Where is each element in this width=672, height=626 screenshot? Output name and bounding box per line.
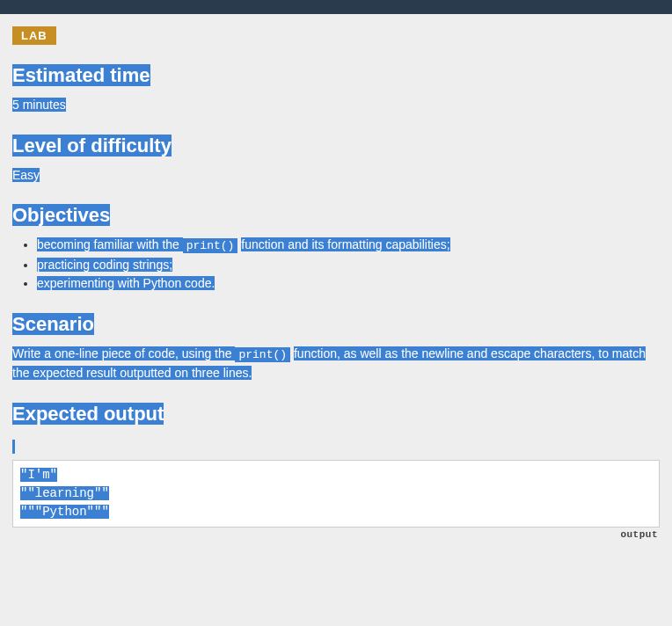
code-print: print() [235, 347, 290, 362]
code-print: print() [183, 238, 238, 253]
heading-level: Level of difficulty [12, 135, 660, 157]
output-line: """Python""" [20, 505, 109, 519]
value-text: 5 minutes [12, 98, 66, 112]
heading-objectives: Objectives [12, 204, 660, 227]
objective-text: practicing coding strings; [37, 258, 172, 272]
heading-text: Estimated time [12, 64, 150, 86]
lesson-content: LAB Estimated time 5 minutes Level of di… [0, 14, 672, 552]
scenario-text: Write a one-line piece of code, using th… [12, 345, 660, 383]
value-text: Easy [12, 168, 40, 182]
heading-text: Scenario [12, 313, 94, 335]
heading-text: Expected output [12, 403, 164, 425]
selection-caret [12, 440, 15, 454]
top-navbar [0, 0, 672, 14]
objective-text: function and its formatting capabilities… [241, 237, 449, 251]
heading-text: Objectives [12, 204, 110, 226]
heading-estimated-time: Estimated time [12, 64, 660, 87]
objectives-list: becoming familiar with the print() funct… [37, 236, 660, 294]
scenario-part: Write a one-line piece of code, using th… [12, 346, 235, 360]
list-item: practicing coding strings; [37, 256, 660, 275]
objective-text: experimenting with Python code. [37, 276, 215, 290]
lab-badge: LAB [12, 26, 56, 45]
heading-scenario: Scenario [12, 313, 660, 336]
output-line: ""learning"" [20, 486, 109, 500]
estimated-time-value: 5 minutes [12, 96, 660, 115]
level-value: Easy [12, 166, 660, 186]
expected-output-codebox: "I'm" ""learning"" """Python""" [12, 460, 660, 528]
list-item: experimenting with Python code. [37, 274, 660, 294]
output-line: "I'm" [20, 468, 57, 482]
heading-text: Level of difficulty [12, 135, 172, 156]
list-item: becoming familiar with the print() funct… [37, 236, 660, 255]
heading-expected-output: Expected output [12, 403, 660, 426]
output-caption: output [12, 529, 658, 540]
objective-text: becoming familiar with the [37, 237, 183, 251]
